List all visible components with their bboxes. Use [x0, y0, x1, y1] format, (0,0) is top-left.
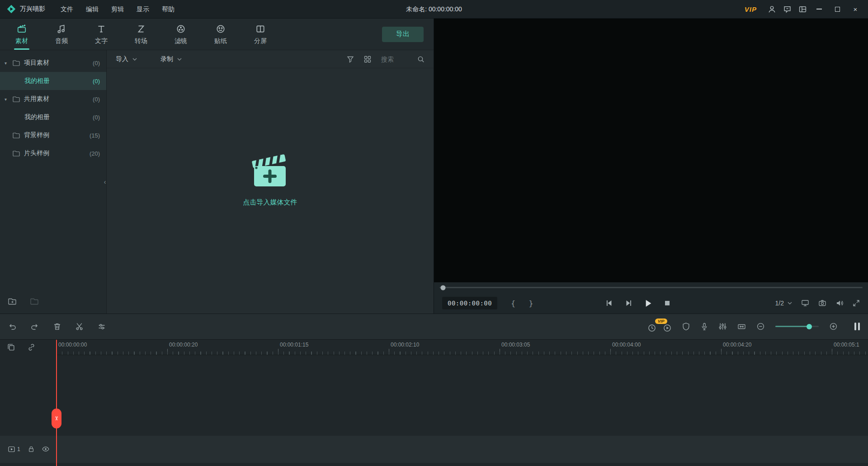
tab-media[interactable]: 素材: [2, 19, 42, 50]
account-button[interactable]: [764, 0, 779, 18]
maximize-button[interactable]: [828, 0, 846, 18]
preview-controls: 00:00:00:00 { }: [434, 293, 868, 314]
tab-text[interactable]: 文字: [81, 19, 121, 50]
sidebar-item-label: 共用素材: [24, 95, 93, 103]
menu-file[interactable]: 文件: [54, 0, 80, 18]
sidebar-item-my-album-shared[interactable]: 我的相册 (0): [0, 108, 106, 126]
ruler-label: 00:00:03:05: [501, 342, 530, 348]
track-manager-button[interactable]: [854, 323, 860, 330]
edit-tools-right: VIP: [648, 321, 860, 332]
zoom-slider[interactable]: [775, 326, 819, 327]
seek-handle[interactable]: [441, 285, 446, 290]
search-input[interactable]: [381, 56, 414, 63]
caret-down-icon[interactable]: ▾: [5, 97, 13, 102]
menu-help[interactable]: 帮助: [156, 0, 181, 18]
video-preview[interactable]: [434, 19, 868, 282]
video-track-number: 1: [17, 446, 20, 452]
effects-shield-button[interactable]: [682, 323, 690, 331]
item-count: (0): [93, 96, 100, 103]
render-preview-button[interactable]: [648, 324, 656, 332]
caret-down-icon[interactable]: ▾: [5, 61, 13, 66]
display-device-button[interactable]: [801, 300, 809, 307]
delete-button[interactable]: [53, 323, 61, 330]
zoom-slider-handle[interactable]: [807, 324, 812, 329]
redo-button[interactable]: [31, 323, 39, 330]
delete-folder-button[interactable]: [30, 298, 39, 305]
media-browser: 导入 录制: [107, 50, 434, 314]
export-button[interactable]: 导出: [382, 27, 424, 42]
video-track-lane[interactable]: [57, 436, 868, 463]
preview-quality-select[interactable]: 1/2: [775, 300, 792, 307]
mark-out-button[interactable]: }: [529, 299, 533, 308]
collapse-panel-button[interactable]: ‹: [103, 178, 107, 185]
menu-view[interactable]: 显示: [130, 0, 156, 18]
ruler-label: 00:00:04:00: [612, 342, 641, 348]
audio-mixer-button[interactable]: [719, 323, 726, 330]
filter-button[interactable]: [347, 56, 354, 63]
mute-button[interactable]: [835, 300, 844, 307]
view-grid-button[interactable]: [364, 56, 371, 63]
toggle-track-visibility-button[interactable]: [42, 446, 49, 452]
record-voiceover-button[interactable]: [701, 323, 708, 331]
stop-button[interactable]: [665, 300, 670, 306]
video-track-row: 1: [0, 436, 868, 463]
menu-edit[interactable]: 编辑: [80, 0, 105, 18]
close-button[interactable]: ×: [846, 0, 864, 18]
menu-clip[interactable]: 剪辑: [105, 0, 130, 18]
record-dropdown[interactable]: 录制: [160, 55, 182, 63]
split-button[interactable]: [75, 323, 83, 330]
sidebar-item-shared-media[interactable]: ▾ 共用素材 (0): [0, 90, 106, 108]
sidebar-item-background-samples[interactable]: 背景样例 (15): [0, 126, 106, 144]
seek-bar[interactable]: [439, 287, 863, 288]
camera-icon: [818, 300, 826, 307]
tab-label: 滤镜: [175, 37, 187, 45]
auto-play-render-button[interactable]: [663, 324, 671, 332]
stop-icon: [665, 300, 670, 306]
chain-link-icon: [28, 343, 35, 351]
play-button[interactable]: [645, 300, 652, 307]
step-forward-button[interactable]: [625, 300, 632, 306]
tab-splitscreen[interactable]: 分屏: [241, 19, 280, 50]
tab-sticker[interactable]: 贴纸: [201, 19, 241, 50]
tab-filter[interactable]: 滤镜: [161, 19, 201, 50]
import-media-dropzone[interactable]: 点击导入媒体文件: [107, 68, 434, 314]
import-label: 导入: [116, 55, 128, 63]
mark-in-button[interactable]: {: [511, 299, 515, 308]
zoom-in-button[interactable]: [830, 323, 837, 330]
vip-badge[interactable]: VIP: [745, 5, 757, 13]
chevron-down-icon: [177, 58, 182, 61]
fullscreen-button[interactable]: [853, 300, 860, 307]
link-clips-button[interactable]: [28, 343, 35, 351]
snapshot-button[interactable]: [818, 300, 826, 307]
new-folder-button[interactable]: [8, 298, 17, 305]
ruler-label: 00:00:00:20: [169, 342, 198, 348]
minimize-button[interactable]: [810, 0, 828, 18]
sidebar-item-my-album[interactable]: 我的相册 (0): [0, 72, 106, 90]
search-icon[interactable]: [417, 56, 425, 63]
app-window: 万兴喵影 文件 编辑 剪辑 显示 帮助 未命名: 00:00:00:00 VIP: [0, 0, 868, 466]
properties-button[interactable]: [98, 323, 106, 330]
text-icon: [96, 24, 106, 34]
step-back-button[interactable]: [606, 300, 613, 306]
minimize-icon: [816, 9, 822, 10]
zoom-out-button[interactable]: [757, 323, 764, 330]
import-dropdown[interactable]: 导入: [116, 55, 137, 63]
sidebar-item-label: 项目素材: [24, 59, 93, 67]
feedback-button[interactable]: [779, 0, 795, 18]
playhead-grip[interactable]: ✂: [52, 409, 61, 428]
import-hint-text: 点击导入媒体文件: [243, 198, 297, 207]
render-group: VIP: [648, 321, 671, 332]
undo-button[interactable]: [8, 323, 16, 330]
playhead[interactable]: [56, 340, 57, 466]
sidebar-item-project-media[interactable]: ▾ 项目素材 (0): [0, 54, 106, 72]
add-to-timeline-button[interactable]: [7, 343, 15, 351]
workspace-layout-button[interactable]: [795, 0, 810, 18]
tab-audio[interactable]: 音频: [42, 19, 81, 50]
ruler-minor-ticks: [57, 352, 868, 355]
timeline-ruler[interactable]: 00:00:00:00 00:00:00:20 00:00:01:15 00:0…: [57, 340, 868, 355]
fit-timeline-button[interactable]: [737, 323, 746, 330]
sidebar-item-intro-samples[interactable]: 片头样例 (20): [0, 144, 106, 162]
video-track-header: 1: [0, 436, 57, 463]
tab-transition[interactable]: 转场: [121, 19, 161, 50]
lock-track-button[interactable]: [28, 446, 34, 452]
